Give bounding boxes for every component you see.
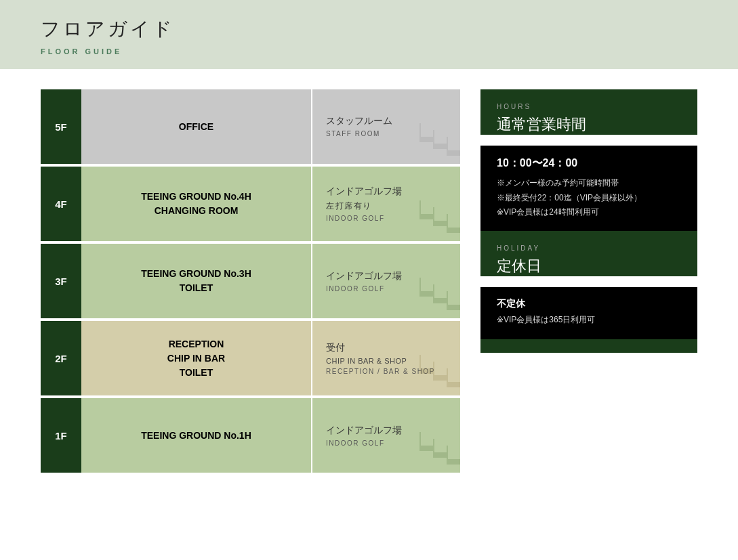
holiday-value: 不定休 — [497, 298, 681, 310]
svg-rect-9 — [447, 214, 448, 228]
time-range: 10：00〜24：00 — [497, 156, 681, 171]
note-2: ※最終受付22：00迄（VIP会員様以外） — [497, 191, 681, 206]
hours-label: HOURS — [497, 103, 681, 110]
svg-rect-12 — [447, 305, 460, 310]
note-3: ※VIP会員様は24時間利用可 — [497, 205, 681, 220]
svg-rect-11 — [419, 200, 421, 214]
svg-rect-1 — [433, 144, 447, 149]
floor-right-3f: インドアゴルフ場 INDOOR GOLF — [311, 244, 460, 318]
svg-rect-16 — [433, 284, 434, 298]
holiday-label: HOLIDAY — [497, 244, 681, 252]
svg-rect-22 — [433, 362, 434, 375]
floor-right-2f: 受付 CHIP IN BAR & SHOP RECEPTION / BAR & … — [311, 321, 460, 395]
page-header: フロアガイド FLOOR GUIDE — [0, 0, 738, 69]
stair-decoration-4f — [419, 194, 460, 241]
floor-row-3f: 3F TEEING GROUND No.3HTOILET インドアゴルフ場 IN… — [41, 244, 460, 320]
page-title: フロアガイド — [41, 16, 697, 42]
holiday-note: ※VIP会員様は365日利用可 — [497, 314, 681, 326]
svg-rect-23 — [419, 355, 421, 368]
svg-rect-5 — [419, 123, 421, 137]
svg-rect-8 — [419, 214, 433, 219]
floor-right-5f: スタッフルーム STAFF ROOM — [311, 89, 460, 164]
svg-rect-7 — [433, 221, 447, 226]
floor-center-2f: RECEPTIONCHIP IN BARTOILET — [81, 321, 311, 395]
svg-rect-14 — [419, 291, 433, 297]
svg-rect-25 — [433, 452, 447, 458]
floor-row-1f: 1F TEEING GROUND No.1H インドアゴルフ場 INDOOR G… — [41, 398, 460, 473]
svg-rect-21 — [447, 368, 448, 382]
floor-row-4f: 4F TEEING GROUND No.4HCHANGING ROOM インドア… — [41, 167, 460, 242]
stair-decoration-5f — [419, 116, 460, 164]
note-1: ※メンバー様のみ予約可能時間帯 — [497, 176, 681, 191]
floor-label-2f: 2F — [41, 321, 81, 395]
svg-rect-28 — [433, 439, 434, 452]
svg-rect-17 — [419, 278, 421, 291]
floor-right-4f: インドアゴルフ場 左打席有り INDOOR GOLF — [311, 167, 460, 241]
floor-row-5f: 5F OFFICE スタッフルーム STAFF ROOM — [41, 89, 460, 165]
svg-rect-15 — [447, 291, 448, 305]
svg-rect-4 — [433, 130, 434, 144]
info-panel: HOURS 通常営業時間 10：00〜24：00 ※メンバー様のみ予約可能時間帯… — [480, 89, 697, 473]
holiday-title: 定休日 — [497, 256, 681, 276]
floor-center-1f: TEEING GROUND No.1H — [81, 398, 311, 473]
floor-label-4f: 4F — [41, 167, 81, 241]
svg-rect-10 — [433, 207, 434, 221]
svg-rect-20 — [419, 368, 433, 374]
floor-label-1f: 1F — [41, 398, 81, 473]
floor-center-5f: OFFICE — [81, 89, 311, 164]
floor-guide: 5F OFFICE スタッフルーム STAFF ROOM — [41, 89, 460, 473]
page-subtitle: FLOOR GUIDE — [41, 47, 697, 56]
hours-section: HOURS 通常営業時間 — [480, 89, 697, 135]
stair-decoration-1f — [419, 425, 460, 473]
svg-rect-6 — [447, 228, 460, 233]
floor-label-3f: 3F — [41, 244, 81, 318]
svg-rect-3 — [447, 137, 448, 150]
hours-box: 10：00〜24：00 ※メンバー様のみ予約可能時間帯 ※最終受付22：00迄（… — [480, 146, 697, 231]
svg-rect-29 — [419, 432, 421, 446]
floor-right-1f: インドアゴルフ場 INDOOR GOLF — [311, 398, 460, 473]
floor-center-4f: TEEING GROUND No.4HCHANGING ROOM — [81, 167, 311, 241]
svg-rect-27 — [447, 446, 448, 459]
hours-title: 通常営業時間 — [497, 114, 681, 135]
floor-row-2f: 2F RECEPTIONCHIP IN BARTOILET 受付 CHIP IN… — [41, 321, 460, 397]
svg-rect-19 — [433, 375, 447, 381]
holiday-section: HOLIDAY 定休日 — [480, 231, 697, 276]
svg-rect-0 — [447, 150, 460, 156]
floor-label-5f: 5F — [41, 89, 81, 164]
svg-rect-24 — [447, 459, 460, 465]
holiday-box: 不定休 ※VIP会員様は365日利用可 — [480, 287, 697, 339]
svg-rect-13 — [433, 298, 447, 303]
floor-center-3f: TEEING GROUND No.3HTOILET — [81, 244, 311, 318]
svg-rect-2 — [419, 137, 433, 142]
svg-rect-18 — [447, 382, 460, 387]
stair-decoration-3f — [419, 271, 460, 318]
svg-rect-26 — [419, 446, 433, 451]
stair-decoration-2f — [419, 348, 460, 395]
